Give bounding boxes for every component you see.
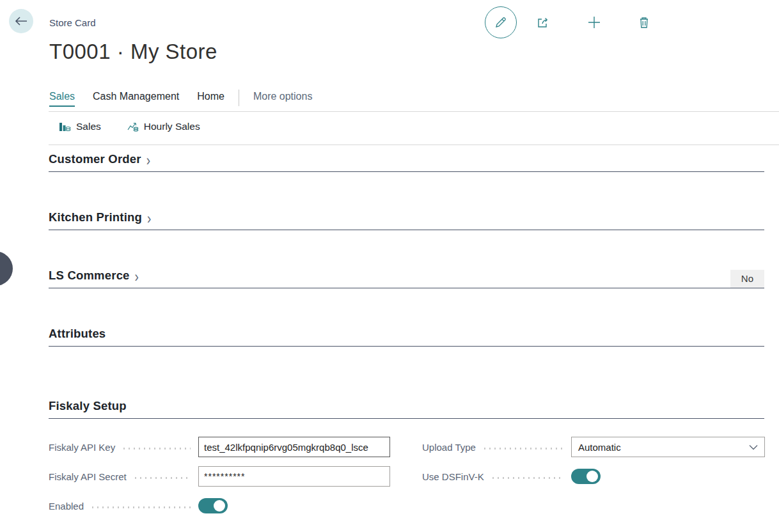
tabstrip-divider-line	[49, 111, 779, 112]
hourly-chart-icon	[127, 120, 144, 132]
edit-button[interactable]	[485, 6, 517, 38]
field-row-fiskaly-api-key: Fiskaly API Key	[49, 437, 390, 457]
fiskaly-api-key-input[interactable]	[198, 437, 390, 457]
section-attributes[interactable]: Attributes	[49, 327, 764, 347]
page-actions	[485, 6, 652, 38]
dotted-leader	[491, 477, 563, 479]
upload-type-select[interactable]: Automatic	[571, 437, 765, 457]
back-arrow-icon	[14, 15, 28, 27]
enabled-toggle[interactable]	[198, 498, 228, 513]
tab-cash-management[interactable]: Cash Management	[93, 88, 179, 107]
delete-button[interactable]	[636, 14, 652, 31]
side-pane-handle[interactable]	[0, 251, 13, 286]
chevron-down-icon	[749, 444, 758, 450]
ls-commerce-status-badge: No	[730, 270, 764, 288]
dotted-leader	[122, 448, 191, 450]
toggle-knob	[214, 500, 225, 512]
pencil-icon	[494, 15, 508, 29]
fiskaly-api-secret-input[interactable]	[198, 466, 390, 487]
fiskaly-form-right-column: Upload Type Automatic Use D	[422, 437, 765, 525]
section-title: Customer Order	[49, 152, 141, 166]
chevron-right-icon: ›	[135, 269, 139, 285]
new-button[interactable]	[586, 14, 602, 31]
section-title: LS Commerce	[49, 269, 130, 283]
store-card-page: Store Card T0001 · My Store	[0, 0, 779, 532]
field-label: Fiskaly API Secret	[49, 471, 127, 482]
chevron-right-icon: ›	[147, 210, 151, 226]
action-bar: Sales Hourly Sales	[59, 120, 226, 132]
page-title: T0001 · My Store	[49, 40, 217, 64]
toggle-knob	[586, 471, 598, 482]
field-label: Enabled	[49, 501, 84, 512]
action-hourly-sales-label: Hourly Sales	[144, 121, 200, 132]
field-label: Fiskaly API Key	[49, 442, 115, 453]
section-title: Fiskaly Setup	[49, 399, 127, 413]
section-title: Attributes	[49, 327, 106, 341]
upload-type-selected-value: Automatic	[578, 442, 749, 453]
use-dsfinv-k-toggle[interactable]	[571, 469, 601, 484]
tab-more-options[interactable]: More options	[253, 88, 313, 107]
tab-sales[interactable]: Sales	[49, 88, 75, 107]
section-title: Kitchen Printing	[49, 210, 142, 224]
share-button[interactable]	[535, 14, 551, 31]
field-label: Upload Type	[422, 442, 476, 453]
section-kitchen-printing[interactable]: Kitchen Printing ›	[49, 210, 764, 230]
chevron-right-icon: ›	[146, 152, 150, 168]
tab-strip: Sales Cash Management Home More options	[49, 88, 779, 107]
actionbar-divider-line	[49, 145, 779, 145]
field-row-fiskaly-api-secret: Fiskaly API Secret	[49, 466, 390, 487]
field-row-enabled: Enabled	[49, 496, 390, 516]
section-customer-order[interactable]: Customer Order ›	[49, 152, 764, 172]
section-fiskaly-setup[interactable]: Fiskaly Setup	[49, 399, 764, 419]
dotted-leader	[133, 477, 191, 479]
tab-divider	[239, 90, 239, 106]
field-label: Use DSFinV-K	[422, 471, 484, 482]
field-row-upload-type: Upload Type Automatic	[422, 437, 765, 457]
dotted-leader	[90, 506, 191, 508]
fiskaly-form: Fiskaly API Key Fiskaly API Secret Enabl…	[49, 437, 764, 525]
dotted-leader	[482, 448, 563, 450]
share-icon	[535, 15, 551, 30]
action-sales-label: Sales	[76, 121, 101, 132]
fiskaly-form-left-column: Fiskaly API Key Fiskaly API Secret Enabl…	[49, 437, 390, 525]
plus-icon	[586, 15, 602, 30]
action-hourly-sales[interactable]: Hourly Sales	[127, 120, 200, 132]
back-button[interactable]	[9, 9, 33, 33]
field-row-use-dsfinv-k: Use DSFinV-K	[422, 466, 765, 487]
card-content: Customer Order › Kitchen Printing › LS C…	[49, 148, 764, 525]
bar-chart-icon	[59, 120, 76, 132]
tab-home[interactable]: Home	[197, 88, 224, 107]
trash-icon	[637, 15, 651, 29]
action-sales[interactable]: Sales	[59, 120, 101, 132]
page-caption: Store Card	[49, 17, 96, 28]
section-ls-commerce[interactable]: LS Commerce › No	[49, 269, 764, 288]
